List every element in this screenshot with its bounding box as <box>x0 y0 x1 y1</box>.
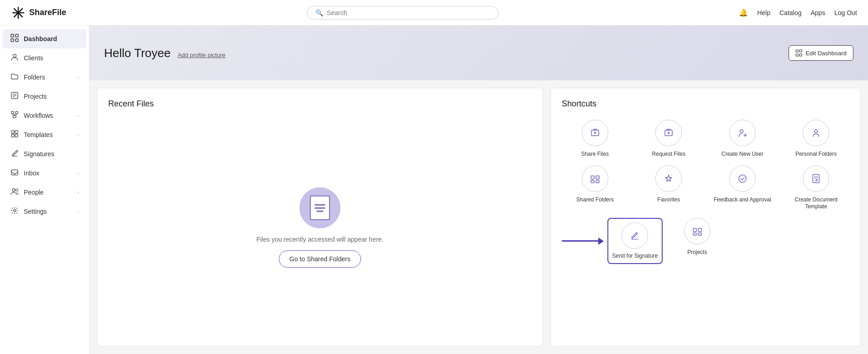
doc-line-1 <box>314 204 325 206</box>
search-area: 🔍 <box>66 6 739 20</box>
edit-dashboard-button[interactable]: Edit Dashboard <box>789 45 853 61</box>
svg-rect-6 <box>16 34 18 37</box>
svg-rect-31 <box>800 50 802 52</box>
go-shared-folders-button[interactable]: Go to Shared Folders <box>279 250 361 268</box>
main-layout: Dashboard Clients <box>0 26 868 354</box>
shortcut-send-for-signature[interactable]: Send for Signature <box>607 218 663 264</box>
sidebar-label-dashboard: Dashboard <box>24 35 57 42</box>
sidebar-item-inbox[interactable]: Inbox › <box>3 164 86 183</box>
inbox-icon <box>10 168 19 178</box>
folders-chevron-icon: › <box>78 75 79 80</box>
svg-rect-30 <box>796 50 798 52</box>
add-profile-link[interactable]: Add profile picture <box>178 52 225 58</box>
sidebar-item-people[interactable]: People › <box>3 183 86 202</box>
empty-state-text: Files you recently accessed will appear … <box>256 236 384 243</box>
projects-shortcut-label: Projects <box>687 249 707 256</box>
svg-rect-51 <box>693 233 696 235</box>
shared-folders-label: Shared Folders <box>576 196 614 204</box>
svg-rect-52 <box>698 233 701 235</box>
sidebar-label-clients: Clients <box>24 54 43 62</box>
sidebar-label-settings: Settings <box>24 208 47 215</box>
sidebar-label-signatures: Signatures <box>24 150 54 158</box>
help-link[interactable]: Help <box>757 9 770 16</box>
clients-icon <box>10 53 19 63</box>
settings-chevron-icon: › <box>78 209 79 214</box>
sidebar-item-dashboard[interactable]: Dashboard <box>3 29 86 48</box>
topnav-right: 🔔 Help Catalog Apps Log Out <box>739 8 857 17</box>
logo-text: ShareFile <box>29 8 66 17</box>
doc-line-2 <box>314 207 325 209</box>
empty-state-doc-icon <box>310 195 330 220</box>
shortcut-personal-folders[interactable]: Personal Folders <box>783 120 850 158</box>
arrow-line <box>562 240 598 242</box>
svg-point-4 <box>17 11 20 14</box>
sidebar-item-templates[interactable]: Templates › <box>3 125 86 144</box>
templates-chevron-icon: › <box>78 132 79 137</box>
sidebar-item-signatures[interactable]: Signatures <box>3 144 86 164</box>
svg-rect-15 <box>16 111 18 114</box>
svg-rect-32 <box>796 54 798 56</box>
svg-rect-42 <box>591 180 594 183</box>
sidebar-item-folders[interactable]: Folders › <box>3 68 86 87</box>
shortcut-projects[interactable]: Projects <box>670 218 725 264</box>
recent-files-title: Recent Files <box>108 99 532 109</box>
projects-icon <box>10 91 19 101</box>
shortcut-shared-folders[interactable]: Shared Folders <box>562 165 628 211</box>
shortcuts-title: Shortcuts <box>562 99 849 109</box>
svg-rect-21 <box>11 131 14 133</box>
sidebar: Dashboard Clients <box>0 26 89 354</box>
signatures-icon <box>10 149 19 159</box>
shortcut-share-files[interactable]: Share Files <box>562 120 628 158</box>
svg-rect-43 <box>596 180 599 183</box>
empty-state-icon-circle <box>299 187 340 228</box>
favorites-icon <box>655 165 682 192</box>
share-files-icon <box>582 120 608 146</box>
sidebar-item-projects[interactable]: Projects <box>3 87 86 106</box>
workflows-icon <box>10 111 19 121</box>
send-for-signature-label: Send for Signature <box>612 253 658 260</box>
shortcut-favorites[interactable]: Favorites <box>636 165 702 211</box>
svg-rect-24 <box>15 134 18 137</box>
svg-rect-40 <box>591 176 594 179</box>
settings-icon <box>10 206 19 217</box>
create-doc-template-label: Create Document Template <box>783 196 850 211</box>
templates-icon <box>10 130 19 140</box>
content-area: Hello Troyee Add profile picture Edit Da… <box>89 26 868 354</box>
sidebar-item-settings[interactable]: Settings › <box>3 202 86 221</box>
svg-rect-33 <box>800 54 802 56</box>
sharefile-logo-icon <box>11 5 26 20</box>
shortcut-create-doc-template[interactable]: Create Document Template <box>783 165 850 211</box>
svg-rect-7 <box>11 39 14 42</box>
people-chevron-icon: › <box>78 190 79 195</box>
logout-link[interactable]: Log Out <box>834 9 857 16</box>
sidebar-item-clients[interactable]: Clients <box>3 48 86 68</box>
panels-area: Recent Files Files you recently accessed… <box>89 80 868 354</box>
catalog-link[interactable]: Catalog <box>779 9 801 16</box>
create-doc-template-icon <box>803 165 829 192</box>
sidebar-label-workflows: Workflows <box>24 112 53 119</box>
personal-folders-icon <box>803 120 829 146</box>
inbox-chevron-icon: › <box>78 171 79 176</box>
svg-rect-50 <box>698 228 701 232</box>
feedback-approval-icon <box>729 165 756 192</box>
logo-area: ShareFile <box>11 5 66 20</box>
sidebar-item-workflows[interactable]: Workflows › <box>3 106 86 125</box>
request-files-label: Request Files <box>652 151 685 158</box>
search-icon: 🔍 <box>315 9 323 16</box>
edit-dashboard-icon <box>795 49 803 57</box>
workflows-chevron-icon: › <box>78 113 79 118</box>
folders-icon <box>10 72 19 82</box>
dashboard-icon <box>10 34 19 44</box>
sidebar-label-templates: Templates <box>24 131 53 138</box>
search-bar[interactable]: 🔍 <box>307 6 498 20</box>
shared-folders-icon <box>582 165 608 192</box>
svg-rect-16 <box>13 116 16 118</box>
shortcut-feedback-approval[interactable]: Feedback and Approval <box>709 165 776 211</box>
top-navigation: ShareFile 🔍 🔔 Help Catalog Apps Log Out <box>0 0 868 26</box>
notification-bell-icon[interactable]: 🔔 <box>739 8 748 17</box>
shortcut-request-files[interactable]: Request Files <box>636 120 702 158</box>
svg-rect-45 <box>813 174 819 183</box>
shortcut-create-new-user[interactable]: Create New User <box>709 120 776 158</box>
search-input[interactable] <box>327 9 490 16</box>
apps-link[interactable]: Apps <box>810 9 825 16</box>
